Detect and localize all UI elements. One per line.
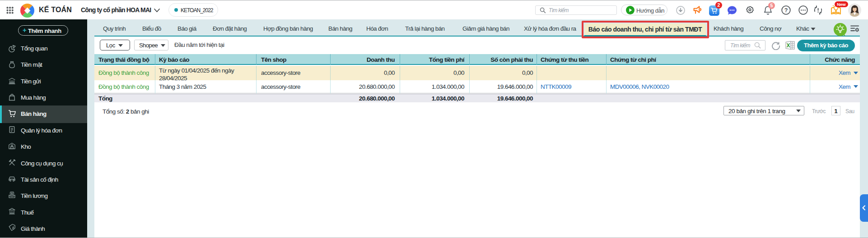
- svg-text:X: X: [786, 42, 790, 49]
- svg-text:?: ?: [784, 7, 788, 14]
